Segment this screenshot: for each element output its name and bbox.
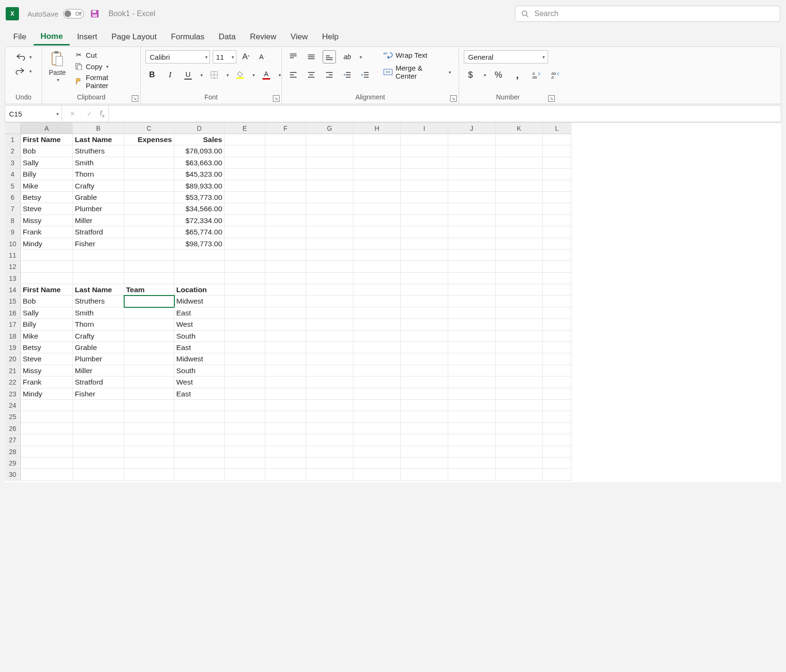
cell-J28[interactable]: [448, 446, 496, 457]
cell-B27[interactable]: [73, 434, 124, 446]
cell-C9[interactable]: [124, 226, 174, 238]
cell-D28[interactable]: [174, 446, 225, 457]
cell-L10[interactable]: [543, 238, 571, 250]
cell-H22[interactable]: [353, 376, 401, 388]
cell-E15[interactable]: [225, 296, 265, 307]
cell-I12[interactable]: [401, 261, 448, 272]
cell-I14[interactable]: [401, 284, 448, 296]
cell-C1[interactable]: Expenses: [124, 134, 174, 145]
row-header-3[interactable]: 3: [5, 157, 21, 169]
cell-I30[interactable]: [401, 469, 448, 480]
cell-G5[interactable]: [306, 180, 353, 192]
cell-A10[interactable]: Mindy: [21, 238, 73, 250]
cell-E20[interactable]: [225, 353, 265, 365]
chevron-down-icon[interactable]: ▾: [253, 72, 255, 78]
cell-J26[interactable]: [448, 423, 496, 434]
cell-J14[interactable]: [448, 284, 496, 296]
cell-E25[interactable]: [225, 411, 265, 422]
cell-K22[interactable]: [496, 376, 543, 388]
cell-D7[interactable]: $34,566.00: [174, 203, 225, 215]
cell-A7[interactable]: Steve: [21, 203, 73, 215]
cell-H21[interactable]: [353, 365, 401, 376]
cell-E22[interactable]: [225, 376, 265, 388]
cell-G2[interactable]: [306, 145, 353, 157]
cell-C15[interactable]: [124, 296, 174, 307]
cell-G21[interactable]: [306, 365, 353, 376]
cell-I11[interactable]: [401, 250, 448, 261]
cell-J16[interactable]: [448, 307, 496, 319]
bold-button[interactable]: B: [145, 68, 159, 81]
cell-I20[interactable]: [401, 353, 448, 365]
row-header-15[interactable]: 15: [5, 296, 21, 307]
cell-I25[interactable]: [401, 411, 448, 422]
cell-H10[interactable]: [353, 238, 401, 250]
cell-G22[interactable]: [306, 376, 353, 388]
cell-K5[interactable]: [496, 180, 543, 192]
search-input[interactable]: Search: [515, 6, 780, 22]
cell-K14[interactable]: [496, 284, 543, 296]
cell-C11[interactable]: [124, 250, 174, 261]
cell-D29[interactable]: [174, 457, 225, 469]
cell-F9[interactable]: [265, 226, 306, 238]
cell-E10[interactable]: [225, 238, 265, 250]
tab-view[interactable]: View: [284, 29, 315, 45]
row-header-23[interactable]: 23: [5, 388, 21, 400]
cell-H6[interactable]: [353, 192, 401, 203]
cell-J23[interactable]: [448, 388, 496, 400]
cell-I4[interactable]: [401, 169, 448, 180]
cell-K19[interactable]: [496, 342, 543, 353]
cell-B11[interactable]: [73, 250, 124, 261]
cell-A4[interactable]: Billy: [21, 169, 73, 180]
cell-J21[interactable]: [448, 365, 496, 376]
font-dialog-launcher[interactable]: ↘: [273, 95, 280, 102]
cell-K18[interactable]: [496, 331, 543, 342]
cell-A28[interactable]: [21, 446, 73, 457]
cell-B19[interactable]: Grable: [73, 342, 124, 353]
cell-B9[interactable]: Stratford: [73, 226, 124, 238]
cell-I16[interactable]: [401, 307, 448, 319]
cell-C3[interactable]: [124, 157, 174, 169]
cell-L17[interactable]: [543, 319, 571, 330]
cell-I21[interactable]: [401, 365, 448, 376]
cell-E14[interactable]: [225, 284, 265, 296]
cell-K1[interactable]: [496, 134, 543, 145]
cell-F25[interactable]: [265, 411, 306, 422]
cell-I28[interactable]: [401, 446, 448, 457]
cell-B5[interactable]: Crafty: [73, 180, 124, 192]
cell-I15[interactable]: [401, 296, 448, 307]
chevron-down-icon[interactable]: ▾: [279, 72, 281, 78]
cell-K7[interactable]: [496, 203, 543, 215]
autosave-toggle[interactable]: Off: [63, 9, 84, 18]
cell-E5[interactable]: [225, 180, 265, 192]
cell-L1[interactable]: [543, 134, 571, 145]
cell-C19[interactable]: [124, 342, 174, 353]
cell-H26[interactable]: [353, 423, 401, 434]
cell-C20[interactable]: [124, 353, 174, 365]
tab-file[interactable]: File: [7, 29, 33, 45]
cell-E16[interactable]: [225, 307, 265, 319]
cell-I24[interactable]: [401, 400, 448, 411]
cell-B17[interactable]: Thorn: [73, 319, 124, 330]
cell-H8[interactable]: [353, 215, 401, 226]
cell-B15[interactable]: Struthers: [73, 296, 124, 307]
cell-C17[interactable]: [124, 319, 174, 330]
cell-A2[interactable]: Bob: [21, 145, 73, 157]
cell-A23[interactable]: Mindy: [21, 388, 73, 400]
cell-E26[interactable]: [225, 423, 265, 434]
cell-B23[interactable]: Fisher: [73, 388, 124, 400]
cell-J7[interactable]: [448, 203, 496, 215]
cell-F27[interactable]: [265, 434, 306, 446]
cell-C16[interactable]: [124, 307, 174, 319]
fx-icon[interactable]: fx: [100, 109, 105, 118]
cell-A18[interactable]: Mike: [21, 331, 73, 342]
cell-F21[interactable]: [265, 365, 306, 376]
cell-F20[interactable]: [265, 353, 306, 365]
cell-I22[interactable]: [401, 376, 448, 388]
cell-D4[interactable]: $45,323.00: [174, 169, 225, 180]
cell-K10[interactable]: [496, 238, 543, 250]
row-header-2[interactable]: 2: [5, 145, 21, 157]
row-header-21[interactable]: 21: [5, 365, 21, 376]
cell-I10[interactable]: [401, 238, 448, 250]
row-header-13[interactable]: 13: [5, 273, 21, 284]
cancel-formula-button[interactable]: ✕: [66, 107, 79, 120]
